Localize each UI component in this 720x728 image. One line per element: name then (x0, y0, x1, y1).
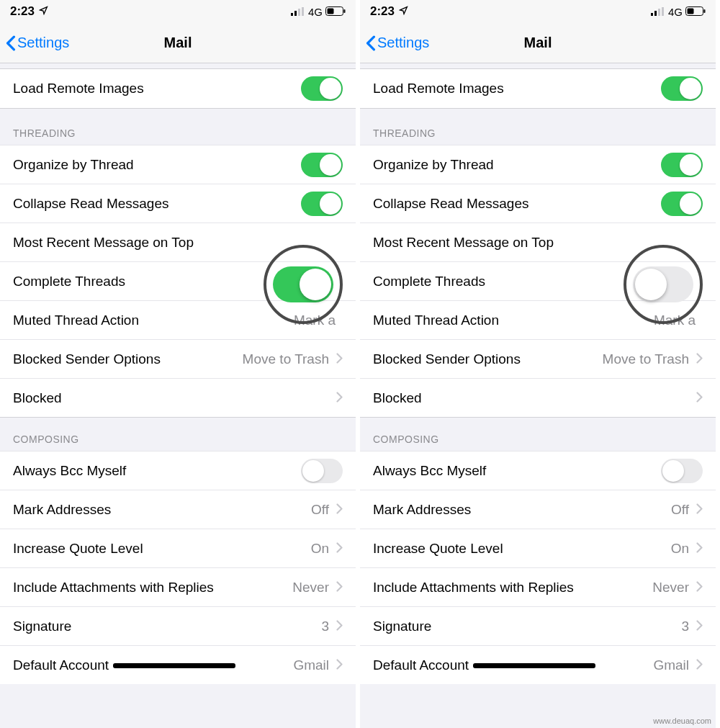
settings-list: Load Remote Images THREADING Organize by… (0, 63, 356, 728)
row-value: Gmail (293, 657, 329, 673)
redacted-bar (113, 663, 235, 668)
chevron-right-icon (336, 580, 343, 596)
row-label: Most Recent Message on Top (373, 235, 703, 251)
row-default-account[interactable]: Default Account Gmail (0, 645, 356, 684)
row-label: Blocked (13, 390, 336, 406)
status-bar: 2:23 4G (0, 0, 356, 23)
back-button[interactable]: Settings (6, 35, 69, 51)
row-value: Off (311, 502, 329, 518)
svg-rect-12 (704, 9, 706, 13)
row-value: 3 (321, 619, 329, 634)
row-label: Include Attachments with Replies (373, 580, 652, 596)
row-label: Blocked Sender Options (13, 351, 243, 367)
row-value: Off (671, 502, 689, 518)
row-value: Move to Trash (243, 351, 329, 367)
row-include-attachments[interactable]: Include Attachments with Replies Never (360, 567, 716, 606)
row-increase-quote-level[interactable]: Increase Quote Level On (0, 529, 356, 567)
chevron-right-icon (336, 541, 343, 557)
row-load-remote-images[interactable]: Load Remote Images (360, 69, 716, 108)
battery-icon (685, 6, 706, 18)
toggle-load-remote-images[interactable] (661, 76, 703, 101)
row-value: Gmail (653, 657, 689, 673)
svg-rect-6 (328, 8, 334, 14)
row-muted-thread-action[interactable]: Muted Thread Action Mark a (0, 300, 356, 339)
chevron-right-icon (696, 351, 703, 367)
settings-list: Load Remote Images THREADING Organize by… (360, 63, 716, 728)
row-complete-threads[interactable]: Complete Threads (0, 261, 356, 300)
row-label: Most Recent Message on Top (13, 235, 343, 251)
toggle-always-bcc[interactable] (661, 459, 703, 483)
row-label: Mark Addresses (13, 502, 311, 518)
row-value: Move to Trash (603, 351, 689, 367)
toggle-organize-by-thread[interactable] (301, 153, 343, 177)
toggle-collapse-read[interactable] (301, 192, 343, 216)
svg-rect-8 (654, 11, 657, 16)
status-time: 2:23 (10, 4, 35, 19)
row-complete-threads[interactable]: Complete Threads (360, 261, 716, 300)
section-header-composing: COMPOSING (360, 417, 716, 451)
row-always-bcc[interactable]: Always Bcc Myself (360, 451, 716, 490)
row-mark-addresses[interactable]: Mark Addresses Off (0, 490, 356, 529)
svg-rect-0 (291, 13, 293, 16)
row-organize-by-thread[interactable]: Organize by Thread (360, 145, 716, 184)
row-label: Signature (373, 619, 681, 634)
row-label: Complete Threads (13, 274, 343, 289)
chevron-right-icon (696, 502, 703, 518)
row-always-bcc[interactable]: Always Bcc Myself (0, 451, 356, 490)
row-label: Include Attachments with Replies (13, 580, 292, 596)
svg-rect-5 (344, 9, 346, 13)
row-label: Mark Addresses (373, 502, 671, 518)
row-value: Mark a (294, 313, 336, 328)
row-signature[interactable]: Signature 3 (360, 606, 716, 645)
toggle-organize-by-thread[interactable] (661, 153, 703, 177)
row-signature[interactable]: Signature 3 (0, 606, 356, 645)
row-load-remote-images[interactable]: Load Remote Images (0, 69, 356, 108)
row-mark-addresses[interactable]: Mark Addresses Off (360, 490, 716, 529)
row-label: Muted Thread Action (373, 313, 654, 328)
row-collapse-read-messages[interactable]: Collapse Read Messages (0, 184, 356, 223)
row-value: Mark a (654, 313, 696, 328)
row-value: On (311, 541, 329, 557)
nav-bar: Settings Mail (0, 23, 356, 63)
watermark: www.deuaq.com (653, 716, 711, 725)
row-muted-thread-action[interactable]: Muted Thread Action Mark a (360, 300, 716, 339)
phone-left: 2:23 4G Settings Mail Load Remote Images (0, 0, 360, 728)
section-header-threading: THREADING (360, 108, 716, 145)
chevron-right-icon (336, 390, 343, 406)
row-most-recent-on-top[interactable]: Most Recent Message on Top (0, 223, 356, 261)
row-blocked-sender-options[interactable]: Blocked Sender Options Move to Trash (0, 339, 356, 378)
svg-rect-7 (651, 13, 653, 16)
row-label: Blocked Sender Options (373, 351, 603, 367)
row-label: Collapse Read Messages (373, 196, 661, 212)
row-label: Load Remote Images (13, 81, 301, 96)
toggle-always-bcc[interactable] (301, 459, 343, 483)
row-label: Default Account (13, 657, 293, 673)
chevron-right-icon (696, 580, 703, 596)
row-include-attachments[interactable]: Include Attachments with Replies Never (0, 567, 356, 606)
signal-icon (291, 6, 305, 18)
svg-rect-9 (658, 9, 660, 16)
back-label: Settings (17, 35, 69, 51)
row-label: Muted Thread Action (13, 313, 294, 328)
row-label: Always Bcc Myself (373, 463, 661, 479)
row-blocked-sender-options[interactable]: Blocked Sender Options Move to Trash (360, 339, 716, 378)
row-most-recent-on-top[interactable]: Most Recent Message on Top (360, 223, 716, 261)
row-default-account[interactable]: Default Account Gmail (360, 645, 716, 684)
row-blocked[interactable]: Blocked (360, 378, 716, 417)
svg-rect-13 (688, 8, 694, 14)
back-button[interactable]: Settings (366, 35, 429, 51)
row-increase-quote-level[interactable]: Increase Quote Level On (360, 529, 716, 567)
row-blocked[interactable]: Blocked (0, 378, 356, 417)
status-time: 2:23 (370, 4, 395, 19)
row-organize-by-thread[interactable]: Organize by Thread (0, 145, 356, 184)
toggle-load-remote-images[interactable] (301, 76, 343, 101)
row-label: Always Bcc Myself (13, 463, 301, 479)
svg-rect-3 (302, 7, 304, 16)
nav-bar: Settings Mail (360, 23, 716, 63)
phone-right: 2:23 4G Settings Mail Load Remote Images (360, 0, 720, 728)
row-collapse-read-messages[interactable]: Collapse Read Messages (360, 184, 716, 223)
toggle-collapse-read[interactable] (661, 192, 703, 216)
location-icon (399, 4, 408, 19)
row-label: Organize by Thread (13, 157, 301, 173)
row-value: 3 (681, 619, 689, 634)
